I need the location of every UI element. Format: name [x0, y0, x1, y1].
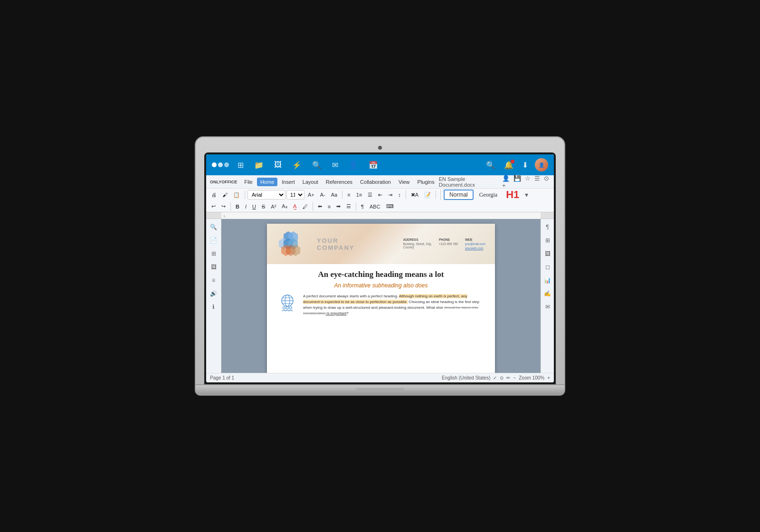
- align-center-btn[interactable]: ≡: [325, 202, 333, 211]
- copy-style-btn[interactable]: 🖌: [220, 190, 230, 199]
- svg-point-17: [286, 307, 289, 309]
- document-canvas: YOUR COMPANY ADDRESS Building, Street, C…: [221, 219, 541, 373]
- style-georgia-btn[interactable]: Georgia: [475, 190, 501, 200]
- indent-inc-btn[interactable]: ⇥: [386, 190, 395, 200]
- font-inc-btn[interactable]: A+: [305, 190, 317, 199]
- line-spacing-btn[interactable]: ↕: [396, 190, 403, 199]
- save-icon[interactable]: 💾: [513, 174, 522, 190]
- italic-btn[interactable]: I: [243, 202, 249, 211]
- table-icon[interactable]: ⊞: [209, 248, 219, 259]
- shape-icon[interactable]: ◻: [542, 262, 553, 272]
- font-family-select[interactable]: Arial Georgia: [247, 190, 285, 200]
- nav-search-icon[interactable]: 🔍: [310, 159, 323, 171]
- highlight-btn[interactable]: 🖊: [300, 202, 310, 211]
- print-btn[interactable]: 🖨: [209, 190, 219, 199]
- star-icon[interactable]: ☆: [524, 174, 532, 190]
- copy-format-btn[interactable]: 📝: [422, 190, 433, 200]
- screen: ⊞ 📁 🖼 ⚡ 🔍 ✉ 👤 📅 🔍 🔔 ⬇: [206, 154, 554, 382]
- font-color-btn[interactable]: A̲: [291, 202, 299, 211]
- info-icon[interactable]: ℹ: [209, 302, 219, 312]
- main-heading: An eye-catching heading means a lot: [278, 270, 484, 279]
- sep3: [406, 190, 406, 199]
- mail-right-icon[interactable]: ✉: [542, 302, 553, 312]
- strikethrough-btn[interactable]: S: [259, 202, 267, 211]
- page-view-icon[interactable]: 📄: [209, 235, 219, 246]
- menu-insert[interactable]: Insert: [278, 178, 298, 186]
- menu-view[interactable]: View: [395, 178, 413, 186]
- chart-icon[interactable]: 📊: [542, 275, 553, 285]
- nav-calendar-icon[interactable]: 📅: [367, 159, 380, 171]
- style-normal-btn[interactable]: Normal: [444, 190, 474, 200]
- list-multi-btn[interactable]: ☰: [365, 190, 375, 200]
- paragraph-icon[interactable]: ¶: [542, 222, 553, 232]
- nav-flash-icon[interactable]: ⚡: [290, 159, 304, 171]
- list-ol-btn[interactable]: 1≡: [354, 190, 365, 199]
- table-right-icon[interactable]: ⊞: [542, 235, 553, 246]
- menu-collaboration[interactable]: Collaboration: [357, 178, 394, 186]
- clear-format-btn[interactable]: ✖A: [408, 190, 421, 200]
- menu-layout[interactable]: Layout: [299, 178, 322, 186]
- svg-rect-0: [221, 212, 541, 219]
- nav-folder-icon[interactable]: 📁: [252, 159, 266, 171]
- font-dec-btn[interactable]: A-: [318, 190, 328, 199]
- add-user-icon[interactable]: 👤+: [501, 174, 511, 190]
- underline-btn[interactable]: U: [250, 202, 258, 211]
- zoom-in-btn[interactable]: +: [547, 375, 550, 380]
- nav-grid-icon[interactable]: ⊞: [236, 159, 246, 171]
- document-page: YOUR COMPANY ADDRESS Building, Street, C…: [267, 224, 495, 373]
- left-sidebar: 🔍 📄 ⊞ 🖼 ≡ 🔊 ℹ: [206, 219, 221, 373]
- web-col: WEB you@mail.com yourweb.com: [465, 238, 485, 250]
- svg-point-18: [290, 307, 292, 309]
- superscript-btn[interactable]: A²: [268, 202, 278, 211]
- align-right-btn[interactable]: ➡: [334, 202, 343, 211]
- style-expand-btn[interactable]: ▾: [524, 190, 529, 200]
- font-case-btn[interactable]: Aa: [329, 190, 340, 199]
- address-label: ADDRESS: [403, 238, 432, 241]
- image-right-icon[interactable]: 🖼: [542, 248, 553, 259]
- subscript-btn[interactable]: A₂: [279, 202, 289, 211]
- zoom-in-icon[interactable]: 🔍: [209, 222, 219, 232]
- text-icon[interactable]: ≡: [209, 275, 219, 285]
- notification-badge: [511, 160, 514, 163]
- menubar-icons: 👤+ 💾 ☆ ☰ ⊙: [501, 174, 550, 190]
- speaker-icon[interactable]: 🔊: [209, 288, 219, 299]
- spelling-check-icon[interactable]: ✓: [493, 375, 497, 380]
- nav-contacts-icon[interactable]: 👤: [347, 159, 360, 171]
- menu-file[interactable]: File: [241, 178, 256, 186]
- track-icon[interactable]: ⊙: [500, 375, 504, 380]
- laptop-base: [195, 385, 565, 396]
- user-avatar[interactable]: 👤: [535, 158, 548, 171]
- format-marks-btn[interactable]: ¶: [359, 202, 366, 211]
- topbar-search-icon[interactable]: 🔍: [484, 159, 497, 171]
- justify-btn[interactable]: ☰: [344, 202, 353, 211]
- edit-icon[interactable]: ✏: [506, 375, 510, 380]
- style-h1-btn[interactable]: H1: [503, 190, 522, 200]
- bold-btn[interactable]: B: [233, 202, 242, 211]
- company-name-block: YOUR COMPANY: [317, 237, 354, 251]
- menu-plugins[interactable]: Plugins: [414, 178, 438, 186]
- font-size-select[interactable]: 11 10 12: [286, 190, 304, 200]
- svg-text:L: L: [224, 214, 226, 218]
- paste-btn[interactable]: 📋: [231, 190, 242, 200]
- spelling-btn[interactable]: ABC: [367, 202, 383, 211]
- menu-references[interactable]: References: [323, 178, 356, 186]
- list-ul-btn[interactable]: ≡: [345, 190, 352, 199]
- undo-btn[interactable]: ↩: [209, 202, 218, 211]
- align-left-btn[interactable]: ⬅: [315, 202, 324, 211]
- redo-btn[interactable]: ↪: [219, 202, 228, 211]
- signature-icon[interactable]: ✍: [542, 288, 553, 299]
- download-icon[interactable]: ⬇: [520, 159, 530, 171]
- account-icon[interactable]: ⊙: [543, 174, 550, 190]
- ruler-svg: L: [221, 212, 541, 219]
- nav-mail-icon[interactable]: ✉: [330, 159, 340, 171]
- menu-home[interactable]: Home: [257, 178, 277, 186]
- doc-paragraph: A perfect document always starts with a …: [303, 294, 484, 316]
- nonprint-btn[interactable]: ⌨: [384, 202, 396, 211]
- language-label[interactable]: English (United States): [442, 375, 490, 380]
- indent-dec-btn[interactable]: ⇤: [376, 190, 385, 200]
- menu-icon[interactable]: ☰: [533, 174, 541, 190]
- nav-image-icon[interactable]: 🖼: [272, 159, 284, 171]
- image-panel-icon[interactable]: 🖼: [209, 262, 219, 272]
- zoom-out-btn[interactable]: −: [513, 375, 516, 380]
- notification-wrap[interactable]: 🔔: [502, 159, 515, 171]
